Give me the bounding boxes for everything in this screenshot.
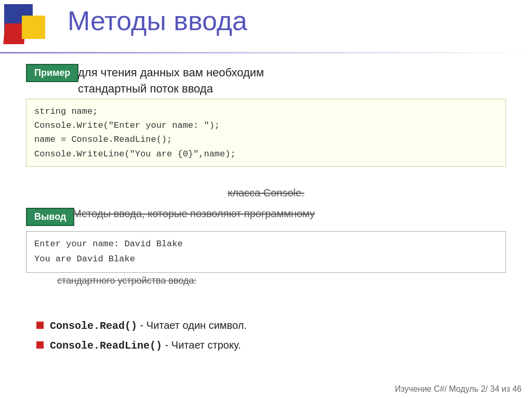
behind-vyvod-text: Методы ввода, которые позволяют программ…	[26, 208, 506, 220]
desc-strikethrough: стандартного устройства ввода:	[26, 275, 506, 286]
bullet-icon-2	[36, 341, 44, 349]
intro-text: для чтения данных вам необходим стандарт…	[78, 65, 506, 97]
bullet-list: Console.Read() - Читает один символ. Con…	[36, 320, 506, 359]
output-box: Enter your name: David Blake You are Dav…	[26, 231, 506, 273]
bullet-icon-1	[36, 322, 44, 329]
code-example-text: string name; Console.Write("Enter your n…	[34, 104, 498, 161]
decorative-shapes	[0, 0, 62, 52]
bullet-item-1-text: Console.Read() - Читает один символ.	[50, 320, 247, 332]
intro-line-1: для чтения данных вам необходим	[78, 65, 506, 81]
middle-hidden-text: класса Console.	[26, 187, 506, 199]
top-divider	[0, 52, 532, 54]
bullet-item-2-text: Console.ReadLine() - Читает строку.	[50, 339, 241, 352]
slide-footer: Изучение C#/ Модуль 2/ 34 из 46	[395, 384, 522, 394]
output-text: Enter your name: David Blake You are Dav…	[34, 237, 498, 267]
main-content: Пример для чтения данных вам необходим с…	[26, 60, 506, 373]
bullet-item-2-desc: - Читает строку.	[165, 339, 241, 351]
intro-line-2: стандартный поток ввода	[78, 81, 506, 97]
list-item: Console.Read() - Читает один символ.	[36, 320, 506, 332]
primer-badge: Пример	[26, 64, 78, 82]
page-title: Методы ввода	[68, 5, 247, 36]
bullet-item-2-code: Console.ReadLine()	[50, 340, 162, 352]
bullet-item-1-code: Console.Read()	[50, 320, 137, 332]
code-example-box: string name; Console.Write("Enter your n…	[26, 99, 506, 167]
bullet-item-1-desc: - Читает один символ.	[140, 320, 247, 331]
yellow-square-icon	[22, 16, 45, 39]
list-item: Console.ReadLine() - Читает строку.	[36, 339, 506, 352]
